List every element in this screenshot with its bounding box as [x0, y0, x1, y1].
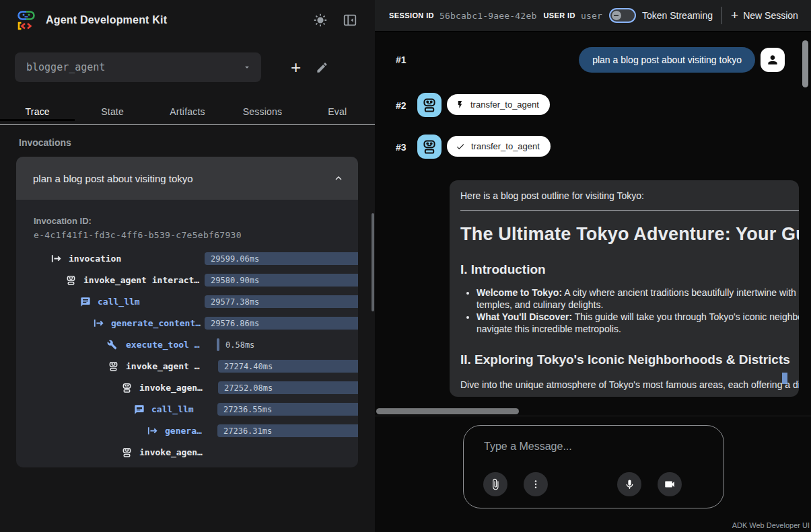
composer-zone: ADK Web Developer UI [375, 416, 811, 532]
trace-tree: invocation 29599.06ms invoke_agent inter… [34, 248, 358, 463]
user-id-value: user [581, 11, 602, 21]
videocam-icon [664, 478, 676, 490]
panel-collapse-icon [343, 13, 357, 28]
text-cursor [782, 373, 787, 384]
chat-bubble-icon [134, 404, 145, 415]
tab-artifacts[interactable]: Artifacts [150, 98, 225, 124]
tab-eval[interactable]: Eval [300, 98, 375, 124]
attach-file-button[interactable] [483, 472, 507, 496]
agent-select-value: blogger_agent [26, 61, 242, 73]
robot-icon [108, 361, 118, 372]
pencil-icon [316, 61, 328, 74]
message-index: #3 [396, 142, 407, 153]
arrow-right-icon [147, 426, 158, 436]
app-title: Agent Development Kit [46, 14, 167, 26]
edit-agent-button[interactable] [313, 59, 331, 77]
robot-icon [122, 447, 132, 458]
theme-toggle-button[interactable] [310, 10, 330, 30]
tool-call-chip[interactable]: transfer_to_agent [447, 94, 550, 115]
robot-icon [122, 383, 132, 393]
invocation-card-body: Invocation ID: e-4c1f41f1-fd3c-4ff6-b539… [16, 200, 358, 463]
ellipsis-vertical-icon [530, 479, 541, 490]
blog-title: The Ultimate Tokyo Adventure: Your Guide [460, 224, 799, 245]
trace-tree-row[interactable]: invoke_agent interact… 29580.90ms [34, 270, 358, 291]
plus-icon: + [291, 57, 301, 77]
collapse-sidebar-button[interactable] [340, 10, 360, 30]
agent-row: blogger_agent + [0, 40, 375, 82]
blog-section-heading: II. Exploring Tokyo's Iconic Neighborhoo… [460, 352, 799, 367]
video-button[interactable] [658, 472, 682, 496]
response-intro: Here is a blog post outline for visiting… [460, 190, 799, 201]
token-streaming-label: Token Streaming [642, 10, 713, 21]
wrench-icon [107, 340, 117, 350]
active-tab-ink-bar [0, 119, 75, 121]
trace-tree-row[interactable]: genera… 27236.31ms [34, 420, 358, 442]
user-avatar [761, 48, 785, 72]
chat-bubble-icon [80, 297, 91, 307]
plus-icon: + [731, 11, 738, 20]
message-input[interactable] [484, 441, 706, 453]
blog-paragraph: Dive into the unique atmosphere of Tokyo… [460, 379, 799, 390]
bot-avatar [417, 93, 442, 117]
chevron-up-icon [332, 172, 345, 184]
mic-icon [624, 479, 635, 490]
trace-tree-row[interactable]: invoke_agen… 10 [34, 442, 358, 463]
session-id-label: SESSION ID [389, 11, 434, 20]
messages-area: #1 plan a blog post about visiting tokyo… [375, 32, 811, 407]
token-streaming-toggle[interactable] [609, 8, 636, 23]
agent-select[interactable]: blogger_agent [15, 52, 261, 82]
person-icon [766, 53, 779, 67]
vertical-scrollbar[interactable] [802, 40, 808, 87]
arrow-right-icon [51, 254, 62, 264]
adk-logo-icon [16, 9, 36, 31]
sidebar-scrollbar[interactable] [372, 213, 374, 311]
session-topbar: SESSION ID 56bcabc1-9aee-42eb USER ID us… [375, 0, 811, 32]
chevron-down-icon [242, 63, 252, 72]
tab-state[interactable]: State [75, 98, 149, 124]
new-session-button[interactable]: + New Session [731, 10, 798, 21]
blog-bullet: Welcome to Tokyo: A city where ancient t… [477, 287, 799, 311]
paperclip-icon [489, 478, 501, 490]
tool-response-chip[interactable]: transfer_to_agent [447, 136, 551, 157]
add-session-button[interactable]: + [291, 61, 301, 74]
invocation-card: plan a blog post about visiting tokyo In… [16, 157, 358, 467]
invocation-id-label: Invocation ID: [34, 216, 358, 226]
chat-panel: SESSION ID 56bcabc1-9aee-42eb USER ID us… [375, 0, 811, 532]
blog-bullet: What You'll Discover: This guide will ta… [477, 311, 799, 335]
blog-bullet-list: Welcome to Tokyo: A city where ancient t… [477, 287, 799, 335]
tab-bar: Trace State Artifacts Sessions Eval [0, 98, 375, 125]
trace-tree-row[interactable]: invoke_agent … 27274.40ms [34, 356, 358, 377]
sidebar: Agent Development Kit [0, 0, 375, 532]
sun-icon [313, 13, 328, 28]
trace-tree-row[interactable]: generate_content… 29576.86ms [34, 313, 358, 334]
robot-icon [422, 139, 437, 155]
trace-tree-row[interactable]: invoke_agen… 27252.08ms [34, 377, 358, 399]
toggle-thumb-icon [612, 11, 621, 20]
invocation-title: plan a blog post about visiting tokyo [33, 173, 332, 184]
invocation-id-value: e-4c1f41f1-fd3c-4ff6-b539-c7e5ebf67930 [34, 230, 358, 240]
message-composer [463, 425, 724, 508]
bolt-icon [456, 100, 464, 110]
invocation-card-header[interactable]: plan a blog post about visiting tokyo [16, 157, 358, 200]
blog-section-heading: I. Introduction [460, 262, 799, 277]
session-id-value: 56bcabc1-9aee-42eb [439, 11, 536, 21]
adk-app: Agent Development Kit [0, 0, 811, 532]
microphone-button[interactable] [617, 472, 641, 496]
trace-tree-row[interactable]: invocation 29599.06ms [34, 248, 358, 270]
horizontal-scrollbar[interactable] [375, 407, 811, 416]
arrow-right-icon [94, 318, 104, 328]
topbar-divider [721, 7, 722, 24]
agent-response-card: Here is a blog post outline for visiting… [450, 180, 799, 397]
tab-sessions[interactable]: Sessions [225, 98, 299, 124]
divider [460, 210, 799, 211]
bot-avatar [417, 135, 442, 159]
more-options-button[interactable] [524, 472, 548, 496]
trace-tree-row[interactable]: execute_tool … 0.58ms [34, 334, 358, 356]
trace-tree-row[interactable]: call_llm 29577.38ms [34, 291, 358, 313]
trace-tree-row[interactable]: call_llm 27236.55ms [34, 399, 358, 420]
message-index: #1 [396, 54, 407, 65]
user-message-bubble: plan a blog post about visiting tokyo [579, 47, 755, 73]
horizontal-scrollbar-thumb[interactable] [376, 408, 519, 414]
message-index: #2 [396, 100, 407, 111]
user-id-label: USER ID [543, 11, 575, 20]
